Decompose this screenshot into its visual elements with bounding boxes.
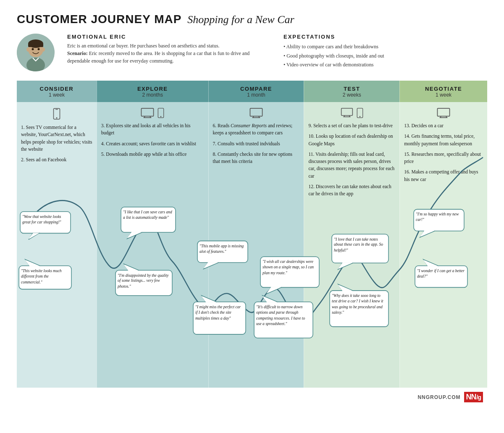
step-item: 11. Visits dealership; fills out lead ca… [308, 151, 395, 180]
step-item: 4. Creates account; saves favorite cars … [101, 140, 204, 147]
footer: NNGROUP.COM NN/g [17, 392, 487, 402]
steps-explore: 3. Explores site and looks at all vehicl… [101, 122, 204, 158]
step-item: 6. Reads Consumer Reports and reviews; k… [213, 122, 300, 137]
device-icons-negotiate [404, 108, 483, 118]
expectation-item: Video overview of car with demonstration… [284, 60, 487, 70]
svg-point-6 [42, 47, 45, 52]
svg-rect-10 [55, 109, 58, 110]
desktop-icon [341, 108, 353, 117]
step-item: 9. Selects a set of cars he plans to tes… [308, 122, 395, 129]
nn-logo: NN/g [464, 392, 483, 402]
step-item: 10. Looks up location of each dealership… [308, 133, 395, 147]
svg-rect-22 [341, 108, 352, 115]
svg-point-8 [38, 48, 40, 50]
header-section: EMOTIONAL ERIC Eric is an emotional car … [17, 34, 487, 71]
phase-negotiate: NEGOTIATE 1 week 13. Decides on a car [399, 81, 487, 388]
phase-header-test: TEST 2 weeks [304, 81, 399, 102]
svg-rect-4 [28, 44, 43, 47]
step-item: 12. Discovers he can take notes about ea… [308, 183, 395, 198]
expectations-section: EXPECTATIONS Ability to compare cars and… [284, 34, 487, 71]
step-item: 13. Decides on a car [404, 122, 483, 129]
phase-header-explore: EXPLORE 2 months [97, 81, 208, 102]
svg-point-5 [26, 47, 30, 52]
phase-header-consider: CONSIDER 1 week [17, 81, 97, 102]
desktop-icon [249, 108, 263, 118]
svg-rect-18 [250, 108, 262, 116]
title-row: CUSTOMER JOURNEY MAP Shopping for a New … [17, 13, 487, 26]
mobile-icon [357, 108, 363, 118]
phase-consider: CONSIDER 1 week 1. Sees TV commerical fo… [17, 81, 97, 388]
phase-compare: COMPARE 1 month 6. Reads Consumer Report… [208, 81, 304, 388]
step-item: 8. Constantly checks site for new option… [213, 151, 300, 165]
page: CUSTOMER JOURNEY MAP Shopping for a New … [0, 0, 504, 433]
step-item: 7. Consults with trusted indviduals [213, 140, 300, 147]
mobile-icon [158, 108, 164, 118]
steps-negotiate: 13. Decides on a car 14. Gets financing … [404, 122, 483, 183]
device-icons-consider [21, 108, 92, 120]
journey-map: CONSIDER 1 week 1. Sees TV commerical fo… [17, 81, 487, 388]
persona-name: EMOTIONAL ERIC [67, 34, 271, 40]
steps-test: 9. Selects a set of cars he plans to tes… [308, 122, 395, 197]
phase-test: TEST 2 weeks [304, 81, 399, 388]
svg-point-7 [32, 48, 34, 50]
phase-header-negotiate: NEGOTIATE 1 week [399, 81, 487, 102]
phase-body-negotiate: 13. Decides on a car 14. Gets financing … [399, 102, 487, 388]
desktop-icon [437, 108, 450, 118]
subtitle: Shopping for a New Car [187, 13, 294, 26]
steps-compare: 6. Reads Consumer Reports and reviews; k… [213, 122, 300, 165]
desktop-icon [141, 108, 154, 118]
phase-explore: EXPLORE 2 months [97, 81, 208, 388]
persona-desc: Eric is an emotional car buyer. He purch… [67, 42, 271, 65]
main-title: CUSTOMER JOURNEY MAP [17, 13, 181, 26]
step-item: 3. Explores site and looks at all vehicl… [101, 122, 204, 137]
expectations-title: EXPECTATIONS [284, 34, 487, 40]
journey-grid: CONSIDER 1 week 1. Sees TV commerical fo… [17, 81, 487, 388]
svg-point-27 [359, 116, 360, 117]
phase-body-test: 9. Selects a set of cars he plans to tes… [304, 102, 399, 388]
svg-rect-28 [438, 108, 450, 116]
persona-info: EMOTIONAL ERIC Eric is an emotional car … [67, 34, 271, 71]
svg-point-11 [56, 117, 57, 118]
device-icons-test [308, 108, 395, 118]
brand-label: NNGROUP.COM [417, 394, 460, 400]
device-icons-explore [101, 108, 204, 118]
step-item: 1. Sees TV commerical for a website, You… [21, 124, 92, 153]
step-item: 5. Downloads mobile app while at his off… [101, 151, 204, 158]
phase-body-consider: 1. Sees TV commerical for a website, You… [17, 102, 97, 388]
expectation-item: Good photography with closeups, inside a… [284, 52, 487, 61]
svg-point-17 [160, 116, 162, 117]
phase-body-compare: 6. Reads Consumer Reports and reviews; k… [208, 102, 304, 388]
step-item: 16. Makes a competing offer and buys his… [404, 168, 483, 183]
steps-consider: 1. Sees TV commerical for a website, You… [21, 124, 92, 163]
expectation-item: Ability to compare cars and their breakd… [284, 42, 487, 52]
expectations-list: Ability to compare cars and their breakd… [284, 42, 487, 70]
step-item: 14. Gets financing terms, total price, m… [404, 133, 483, 147]
device-icons-compare [213, 108, 300, 118]
svg-rect-12 [142, 108, 154, 116]
phase-header-compare: COMPARE 1 month [208, 81, 304, 102]
mobile-icon [53, 108, 60, 120]
step-item: 15. Researches more, specifically about … [404, 151, 483, 165]
phase-body-explore: 3. Explores site and looks at all vehicl… [97, 102, 208, 388]
avatar [17, 34, 55, 71]
step-item: 2. Sees ad on Facebook [21, 156, 92, 163]
